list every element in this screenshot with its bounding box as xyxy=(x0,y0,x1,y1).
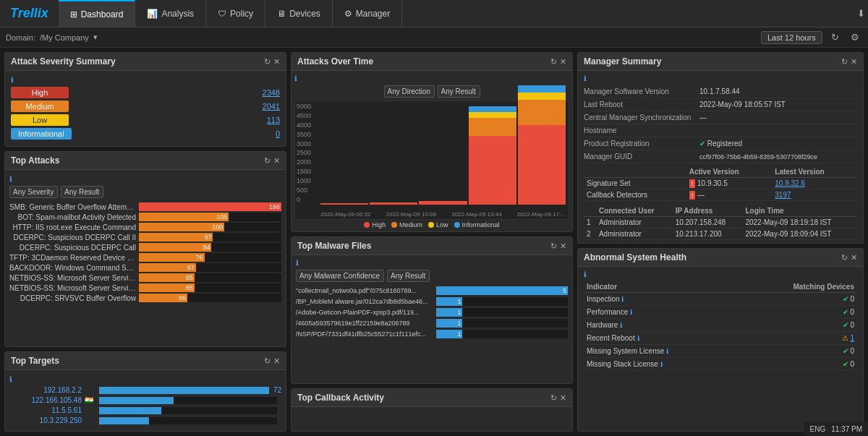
attacks-severity-filter[interactable]: Any Severity xyxy=(9,186,58,198)
sig-label: Callback Detectors xyxy=(584,189,686,201)
cu-col-user: Connected User xyxy=(596,205,673,217)
malware-refresh-icon[interactable]: ↻ xyxy=(550,241,557,251)
bar-segment-info xyxy=(518,85,566,93)
severity-close-icon[interactable]: ✕ xyxy=(273,57,280,67)
attack-severity-header: Attack Severity Summary ↻ ✕ xyxy=(5,53,286,71)
callback-refresh-icon[interactable]: ↻ xyxy=(550,393,557,403)
legend-info: Informational xyxy=(454,221,500,228)
callback-close-icon[interactable]: ✕ xyxy=(560,393,566,403)
target-ip[interactable]: 192.168.2.2 xyxy=(9,386,82,394)
cb-warn-icon: ! xyxy=(689,191,696,200)
manager-refresh-icon[interactable]: ↻ xyxy=(841,57,848,67)
bar-segment-high xyxy=(370,202,417,205)
manager-summary-panel: Manager Summary ↻ ✕ ℹ Manager Software V… xyxy=(577,52,864,244)
aot-close-icon[interactable]: ✕ xyxy=(560,57,566,67)
tab-manager[interactable]: ⚙ Manager xyxy=(333,0,402,27)
refresh-icon[interactable]: ↻ xyxy=(828,30,842,44)
indicator-recent-reboot: Recent Reboot xyxy=(587,334,635,342)
attacks-over-time-panel: Attacks Over Time ↻ ✕ ℹ Any Direction An… xyxy=(291,52,573,232)
health-warn-count[interactable]: 1 xyxy=(850,334,854,342)
targets-close-icon[interactable]: ✕ xyxy=(273,356,280,366)
health-refresh-icon[interactable]: ↻ xyxy=(841,253,848,262)
target-ip[interactable]: 122.166.105.48 xyxy=(9,396,82,404)
sig-col-active: Active Version xyxy=(686,166,773,178)
indicator-info-icon: ℹ xyxy=(620,322,622,329)
domain-label: Domain: xyxy=(6,33,35,42)
health-title: Abnormal System Health xyxy=(584,252,686,262)
indicator-info-icon: ℹ xyxy=(621,296,624,303)
attack-bar-container: 56 xyxy=(139,294,281,302)
attack-bar: 166 xyxy=(139,202,281,211)
malware-result-filter[interactable]: Any Result xyxy=(387,270,430,282)
tab-analysis[interactable]: 📊 Analysis xyxy=(135,0,206,27)
tab-policy-label: Policy xyxy=(230,9,253,19)
info-count[interactable]: 0 xyxy=(276,129,280,138)
aot-direction-filter[interactable]: Any Direction xyxy=(384,85,435,98)
manager-value-guid: ccf97f06-75b6-4b59-8359-5307708f29ce xyxy=(699,153,817,161)
target-ip[interactable]: 11.5.5.61 xyxy=(9,406,82,414)
table-row: /Adobe-Geticon-PlainPDF-xpsp3.pdf/119...… xyxy=(296,308,568,317)
health-controls: ↻ ✕ xyxy=(841,253,857,262)
tab-dashboard-label: Dashboard xyxy=(81,9,124,20)
callback-title: Top Callback Activity xyxy=(297,393,384,403)
time-range-select[interactable]: Last 12 hours Last 24 hours Last 7 days xyxy=(761,31,822,44)
table-row: 192.168.2.2 72 xyxy=(9,386,281,394)
legend-low: Low xyxy=(428,221,448,228)
indicator-missing-system: Missing System License xyxy=(587,347,664,355)
malware-confidence-filter[interactable]: Any Malware Confidence xyxy=(296,270,384,282)
download-button[interactable]: ⬇ xyxy=(854,7,868,20)
severity-refresh-icon[interactable]: ↻ xyxy=(264,57,271,67)
time-label: 2022-May-09 06:32 xyxy=(320,211,370,218)
manager-close-icon[interactable]: ✕ xyxy=(851,57,857,67)
target-bar-container xyxy=(99,387,269,394)
attacks-close-icon[interactable]: ✕ xyxy=(273,156,280,166)
legend-dot-high xyxy=(364,222,370,228)
aot-refresh-icon[interactable]: ↻ xyxy=(550,57,557,67)
tab-devices[interactable]: 🖥 Devices xyxy=(265,0,333,27)
domain-chevron-icon[interactable]: ▾ xyxy=(93,33,98,42)
right-column: Manager Summary ↻ ✕ ℹ Manager Software V… xyxy=(577,52,864,432)
attacks-refresh-icon[interactable]: ↻ xyxy=(264,156,271,166)
attacks-result-filter[interactable]: Any Result xyxy=(61,186,103,198)
tab-policy[interactable]: 🛡 Policy xyxy=(206,0,265,27)
attack-bar-container: 65 xyxy=(139,273,281,282)
attack-bar-container: 65 xyxy=(139,283,281,292)
attack-count: 84 xyxy=(203,244,210,251)
targets-refresh-icon[interactable]: ↻ xyxy=(264,356,271,366)
aot-body: ℹ Any Direction Any Result 5000 4500 400… xyxy=(292,71,572,231)
tab-analysis-label: Analysis xyxy=(161,9,194,19)
target-ip[interactable]: 10.3.229.250 xyxy=(9,416,82,424)
tab-dashboard[interactable]: ⊞ Dashboard xyxy=(59,0,136,27)
target-count[interactable]: 72 xyxy=(273,386,281,394)
bar-segment-low xyxy=(469,112,516,118)
table-row: Inspection ℹ ✔ 0 xyxy=(584,293,857,306)
aot-result-filter[interactable]: Any Result xyxy=(438,85,480,98)
sig-latest-link[interactable]: 10.9.32.6 xyxy=(775,179,805,187)
health-close-icon[interactable]: ✕ xyxy=(851,253,857,262)
malware-close-icon[interactable]: ✕ xyxy=(560,241,566,251)
health-devices: ✔ 0 xyxy=(739,319,857,332)
attack-name: NETBIOS-SS: Microsoft Server Service ... xyxy=(9,284,136,292)
manager-label-reboot: Last Reboot xyxy=(584,101,699,108)
settings-icon[interactable]: ⚙ xyxy=(848,30,862,44)
attack-severity-title: Attack Severity Summary xyxy=(11,56,116,67)
table-row: NETBIOS-SS: Microsoft Server Service ...… xyxy=(9,273,281,282)
attack-bar: 67 xyxy=(139,263,196,272)
attack-count: 87 xyxy=(204,234,211,241)
health-devices: ✔ 0 xyxy=(739,358,857,371)
low-count[interactable]: 113 xyxy=(267,116,280,124)
attack-bar: 65 xyxy=(139,283,195,292)
bar-group xyxy=(469,106,516,205)
medium-count[interactable]: 2041 xyxy=(263,102,280,111)
high-count[interactable]: 2348 xyxy=(263,88,280,97)
malware-count: 1 xyxy=(457,330,461,338)
attack-bar-container: 84 xyxy=(139,243,281,252)
cb-latest-link[interactable]: 3197 xyxy=(775,191,791,199)
attack-bar-container: 105 xyxy=(139,213,281,221)
malware-bar-container: 1 xyxy=(436,330,568,338)
manager-summary-controls: ↻ ✕ xyxy=(841,57,857,67)
malware-bar: 1 xyxy=(436,330,462,338)
malware-controls: ↻ ✕ xyxy=(550,241,566,251)
taskbar-time: 11:37 PM xyxy=(831,425,862,433)
attack-bar: 87 xyxy=(139,233,213,241)
